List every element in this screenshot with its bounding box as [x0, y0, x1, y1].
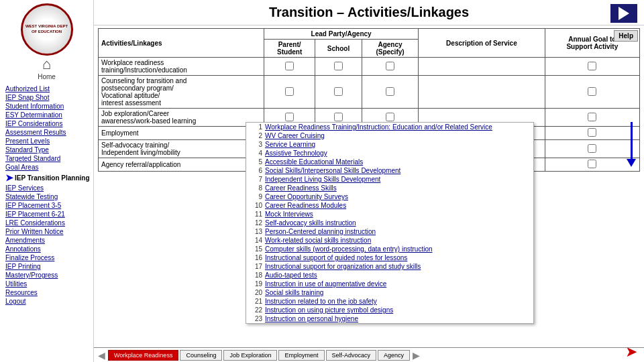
agency-checkbox-input[interactable]: [386, 113, 394, 121]
dropdown-item-text[interactable]: Independent Living Skills Development: [265, 176, 380, 183]
school-checkbox-input[interactable]: [334, 87, 343, 96]
dropdown-item-text[interactable]: Mock Interviews: [265, 210, 313, 218]
annual-goal-cell[interactable]: [545, 158, 639, 172]
dropdown-item-text[interactable]: Career Opportunity Surveys: [265, 193, 348, 200]
dropdown-item[interactable]: 19Instruction in use of augmentative dev…: [246, 280, 533, 288]
help-button[interactable]: Help: [614, 30, 638, 42]
dropdown-item[interactable]: 22Instruction on using picture symbol de…: [246, 306, 533, 314]
bottom-tab-agency[interactable]: Agency: [378, 350, 410, 361]
dropdown-item[interactable]: 5Accessible Educational Materials: [246, 158, 533, 166]
sidebar-item-amendments[interactable]: Amendments: [0, 236, 93, 245]
parent-checkbox[interactable]: [264, 76, 315, 109]
dropdown-item-text[interactable]: Assistive Technology: [265, 149, 327, 157]
dropdown-item-text[interactable]: Instructional support of guided notes fo…: [265, 254, 407, 261]
sidebar-item-iep-considerations[interactable]: IEP Considerations: [0, 119, 93, 128]
dropdown-item[interactable]: 3Service Learning: [246, 140, 533, 149]
home-button[interactable]: ⌂ Home: [38, 56, 56, 80]
tabs-prev-arrow[interactable]: ◀: [97, 350, 107, 361]
parent-checkbox-input[interactable]: [285, 113, 294, 121]
sidebar-item-goal-areas[interactable]: Goal Areas: [0, 163, 93, 172]
bottom-tab-self-advocacy[interactable]: Self-Advocacy: [326, 350, 377, 361]
dropdown-item[interactable]: 15Computer skills (word-processing, data…: [246, 245, 533, 253]
sidebar-item-utilities[interactable]: Utilities: [0, 280, 93, 288]
parent-checkbox-input[interactable]: [285, 87, 294, 96]
sidebar-item-esy-determination[interactable]: ESY Determination: [0, 111, 93, 119]
dropdown-item-text[interactable]: Work-related social skills instruction: [265, 237, 371, 244]
school-checkbox-input[interactable]: [334, 113, 343, 121]
dropdown-item[interactable]: 6Social Skills/Interpersonal Skills Deve…: [246, 166, 533, 175]
sidebar-item-finalize-process[interactable]: Finalize Process: [0, 253, 93, 262]
dropdown-item-text[interactable]: Social Skills/Interpersonal Skills Devel…: [265, 167, 400, 174]
dropdown-item[interactable]: 4Assistive Technology: [246, 149, 533, 158]
dropdown-item[interactable]: 14Work-related social skills instruction: [246, 236, 533, 245]
annual-goal-cell[interactable]: [545, 109, 639, 127]
dropdown-item[interactable]: 2WV Career Cruising: [246, 131, 533, 140]
dropdown-item-text[interactable]: WV Career Cruising: [265, 132, 325, 139]
sidebar-item-authorized-list[interactable]: Authorized List: [0, 84, 93, 93]
annual-goal-checkbox[interactable]: [588, 113, 596, 121]
dropdown-item[interactable]: 8Career Readiness Skills: [246, 184, 533, 192]
dropdown-item[interactable]: 12Self-advocacy skills instruction: [246, 219, 533, 227]
dropdown-item-text[interactable]: Self-advocacy skills instruction: [265, 219, 356, 227]
dropdown-item[interactable]: 13Person-Centered planning instruction: [246, 227, 533, 236]
dropdown-item[interactable]: 11Mock Interviews: [246, 210, 533, 219]
school-checkbox-input[interactable]: [334, 62, 343, 70]
dropdown-item-text[interactable]: Instructional support for organization a…: [265, 263, 421, 270]
dropdown-item-text[interactable]: Career Readiness Modules: [265, 202, 346, 209]
bottom-tab-counseling[interactable]: Counseling: [180, 350, 222, 361]
annual-goal-checkbox[interactable]: [588, 144, 596, 153]
school-checkbox[interactable]: [315, 76, 362, 109]
bottom-tab-workplace-readiness[interactable]: Workplace Readiness: [108, 350, 178, 361]
dropdown-item[interactable]: 21Instruction related to on the job safe…: [246, 297, 533, 306]
annual-goal-cell[interactable]: [545, 140, 639, 158]
annual-goal-checkbox[interactable]: [588, 160, 596, 168]
description-cell[interactable]: [419, 76, 545, 109]
dropdown-item-text[interactable]: Instruction related to on the job safety: [265, 298, 377, 305]
next-nav-button[interactable]: [610, 4, 637, 23]
annual-goal-cell[interactable]: [545, 58, 639, 76]
description-cell[interactable]: [419, 58, 545, 76]
annual-goal-checkbox[interactable]: [588, 128, 596, 137]
dropdown-item[interactable]: 7Independent Living Skills Development: [246, 175, 533, 184]
dropdown-item-text[interactable]: Instruction on personal hygiene: [265, 315, 358, 322]
dropdown-item[interactable]: 17Instructional support for organization…: [246, 262, 533, 271]
dropdown-item-text[interactable]: Social skills training: [265, 289, 323, 296]
dropdown-item[interactable]: 20Social skills training: [246, 288, 533, 297]
sidebar-item-present-levels[interactable]: Present Levels: [0, 137, 93, 145]
tabs-next-arrow[interactable]: ▶: [411, 350, 421, 361]
dropdown-item-text[interactable]: Audio-taped tests: [265, 272, 317, 279]
bottom-tab-employment[interactable]: Employment: [278, 350, 324, 361]
sidebar-item-iep-printing[interactable]: IEP Printing: [0, 262, 93, 271]
dropdown-item-text[interactable]: Instruction in use of augmentative devic…: [265, 280, 386, 288]
dropdown-item[interactable]: 16Instructional support of guided notes …: [246, 253, 533, 262]
dropdown-item[interactable]: 10Career Readiness Modules: [246, 201, 533, 210]
agency-checkbox[interactable]: [362, 76, 418, 109]
sidebar-item-student-information[interactable]: Student Information: [0, 102, 93, 111]
sidebar-item-iep-placement-6-21[interactable]: IEP Placement 6-21: [0, 210, 93, 219]
sidebar-item-targeted-standard[interactable]: Targeted Standard: [0, 154, 93, 163]
sidebar-item-lre-considerations[interactable]: LRE Considerations: [0, 219, 93, 227]
dropdown-item-text[interactable]: Person-Centered planning instruction: [265, 228, 376, 235]
annual-goal-checkbox[interactable]: [588, 62, 596, 70]
dropdown-item-text[interactable]: Service Learning: [265, 141, 315, 148]
school-checkbox[interactable]: [315, 58, 362, 76]
dropdown-item-text[interactable]: Instruction on using picture symbol desi…: [265, 306, 393, 314]
parent-checkbox-input[interactable]: [285, 62, 294, 70]
sidebar-item-statewide-testing[interactable]: Statewide Testing: [0, 192, 93, 201]
dropdown-item-text[interactable]: Workplace Readiness Training/Instruction…: [265, 123, 492, 131]
bottom-tab-job-exploration[interactable]: Job Exploration: [223, 350, 277, 361]
agency-checkbox-input[interactable]: [386, 87, 394, 96]
dropdown-item[interactable]: 23Instruction on personal hygiene: [246, 314, 533, 323]
sidebar-item-iep-snap-shot[interactable]: IEP Snap Shot: [0, 93, 93, 102]
sidebar-item-standard-type[interactable]: Standard Type: [0, 145, 93, 154]
sidebar-item-iep-placement-3-5[interactable]: IEP Placement 3-5: [0, 201, 93, 210]
dropdown-item[interactable]: 9Career Opportunity Surveys: [246, 192, 533, 201]
sidebar-item-iep-transition-planning[interactable]: ➤IEP Transition Planning: [0, 172, 93, 184]
sidebar-item-prior-written-notice[interactable]: Prior Written Notice: [0, 227, 93, 236]
agency-checkbox-input[interactable]: [386, 62, 394, 70]
dropdown-item-text[interactable]: Computer skills (word-processing, data e…: [265, 245, 433, 253]
sidebar-item-mastery/progress[interactable]: Mastery/Progress: [0, 271, 93, 280]
dropdown-item-text[interactable]: Career Readiness Skills: [265, 184, 337, 192]
dropdown-item[interactable]: 18Audio-taped tests: [246, 271, 533, 280]
dropdown-item-text[interactable]: Accessible Educational Materials: [265, 158, 363, 166]
